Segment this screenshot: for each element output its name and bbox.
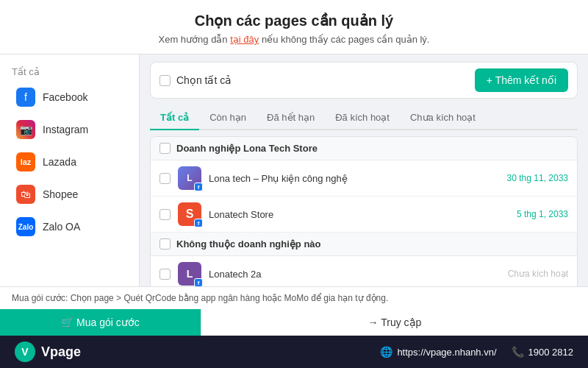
globe-icon: 🌐 xyxy=(380,346,392,358)
facebook-icon: f xyxy=(16,88,35,107)
page-title: Chọn các pages cần quản lý xyxy=(15,12,573,29)
group-header-no-business: Không thuộc doanh nghiệp nào xyxy=(151,233,577,256)
header: Chọn các pages cần quản lý Xem hướng dẫn… xyxy=(0,0,588,54)
buy-button[interactable]: 🛒 Mua gói cước xyxy=(0,309,201,336)
select-all-label: Chọn tất cả xyxy=(176,74,232,86)
page-checkbox-lonatech-store[interactable] xyxy=(159,209,171,220)
header-subtitle: Xem hướng dẫn tại đây nếu không thấy các… xyxy=(15,34,573,45)
tab-all[interactable]: Tất cả xyxy=(150,106,199,130)
group-checkbox-no-business[interactable] xyxy=(159,238,171,250)
select-all-row: Chọn tất cả + Thêm kết nối xyxy=(150,62,578,99)
page-status-lonatech2a: Chưa kích hoạt xyxy=(508,269,568,279)
main-content: Chọn tất cả + Thêm kết nối Tất cả Còn hạ… xyxy=(140,54,588,286)
add-connection-button[interactable]: + Thêm kết nối xyxy=(475,68,568,92)
page-name-lonatech-store: Lonatech Store xyxy=(209,209,509,220)
bottom-info: 🌐 https://vpage.nhanh.vn/ 📞 1900 2812 xyxy=(380,346,573,358)
sidebar-item-zalo[interactable]: Zalo Zalo OA xyxy=(4,211,135,242)
page-date-lonatech-store: 5 thg 1, 2033 xyxy=(517,209,568,219)
pages-container: Doanh nghiệp Lona Tech Store L f Lona te… xyxy=(150,136,578,286)
sidebar-label-lazada: Lazada xyxy=(43,156,76,168)
tabs-container: Tất cả Còn hạn Đã hết hạn Đã kích hoạt C… xyxy=(150,106,578,130)
avatar: L f xyxy=(178,262,201,286)
sidebar-item-facebook[interactable]: f Facebook xyxy=(4,82,135,113)
brand-name: Vpage xyxy=(41,344,81,360)
brand-container: V Vpage xyxy=(15,342,81,362)
avatar: S f xyxy=(178,202,201,226)
avatar: L f xyxy=(178,166,201,190)
table-row: S f Lonatech Store 5 thg 1, 2033 xyxy=(151,197,577,233)
group-header-lona: Doanh nghiệp Lona Tech Store xyxy=(151,137,577,160)
brand-logo-icon: V xyxy=(15,342,35,362)
group-name-no-business: Không thuộc doanh nghiệp nào xyxy=(176,238,321,250)
bottom-bar: V Vpage 🌐 https://vpage.nhanh.vn/ 📞 1900… xyxy=(0,336,588,368)
body-layout: Tất cả f Facebook 📷 Instagram laz Lazada… xyxy=(0,54,588,286)
subtitle-link[interactable]: tại đây xyxy=(230,34,259,45)
sidebar-item-instagram[interactable]: 📷 Instagram xyxy=(4,114,135,145)
group-checkbox-lona[interactable] xyxy=(159,143,171,154)
footer-info: Mua gói cước: Chọn page > Quét QrCode bằ… xyxy=(0,286,588,309)
tab-expiring[interactable]: Còn hạn xyxy=(199,106,257,130)
group-name-lona: Doanh nghiệp Lona Tech Store xyxy=(176,143,318,154)
subtitle-prefix: Xem hướng dẫn xyxy=(159,34,231,45)
bottom-phone: 1900 2812 xyxy=(528,347,573,358)
table-row: L f Lona tech – Phụ kiện công nghệ 30 th… xyxy=(151,160,577,197)
access-button[interactable]: → Truy cập xyxy=(201,309,588,336)
select-all-left: Chọn tất cả xyxy=(159,74,232,86)
fb-badge-icon: f xyxy=(194,183,203,191)
page-checkbox-lona-tech[interactable] xyxy=(159,173,171,184)
sidebar-label-shopee: Shopee xyxy=(43,188,78,200)
page-date-lona-tech: 30 thg 11, 2033 xyxy=(507,173,568,183)
sidebar-label-zalo: Zalo OA xyxy=(43,221,80,233)
footer-actions: 🛒 Mua gói cước → Truy cập xyxy=(0,309,588,336)
footer-info-text: Mua gói cước: Chọn page > Quét QrCode bằ… xyxy=(12,293,388,303)
sidebar-item-shopee[interactable]: 🛍 Shopee xyxy=(4,179,135,210)
bottom-url-item: 🌐 https://vpage.nhanh.vn/ xyxy=(380,346,496,358)
sidebar-label-instagram: Instagram xyxy=(43,124,88,135)
page-checkbox-lonatech2a[interactable] xyxy=(159,269,171,280)
fb-badge-icon: f xyxy=(194,278,203,286)
sidebar-item-lazada[interactable]: laz Lazada xyxy=(4,146,135,177)
zalo-icon: Zalo xyxy=(16,217,35,236)
subtitle-suffix: nếu không thấy các pages cần quản lý. xyxy=(259,34,429,45)
main-container: Chọn các pages cần quản lý Xem hướng dẫn… xyxy=(0,0,588,368)
lazada-icon: laz xyxy=(16,152,35,171)
bottom-phone-item: 📞 1900 2812 xyxy=(512,346,573,358)
instagram-icon: 📷 xyxy=(16,120,35,139)
page-name-lona-tech: Lona tech – Phụ kiện công nghệ xyxy=(209,173,500,184)
fb-badge-icon: f xyxy=(194,219,203,227)
tab-expired[interactable]: Đã hết hạn xyxy=(257,106,325,130)
table-row: L f Lonatech 2a Chưa kích hoạt xyxy=(151,256,577,286)
phone-icon: 📞 xyxy=(512,346,524,358)
sidebar-label-facebook: Facebook xyxy=(43,91,87,103)
tab-activated[interactable]: Đã kích hoạt xyxy=(325,106,400,130)
shopee-icon: 🛍 xyxy=(16,185,35,204)
tab-not-activated[interactable]: Chưa kích hoạt xyxy=(400,106,486,130)
sidebar: Tất cả f Facebook 📷 Instagram laz Lazada… xyxy=(0,54,140,286)
page-name-lonatech2a: Lonatech 2a xyxy=(209,269,501,280)
bottom-url: https://vpage.nhanh.vn/ xyxy=(397,347,496,358)
select-all-checkbox[interactable] xyxy=(159,75,171,86)
sidebar-section-label: Tất cả xyxy=(0,62,139,80)
